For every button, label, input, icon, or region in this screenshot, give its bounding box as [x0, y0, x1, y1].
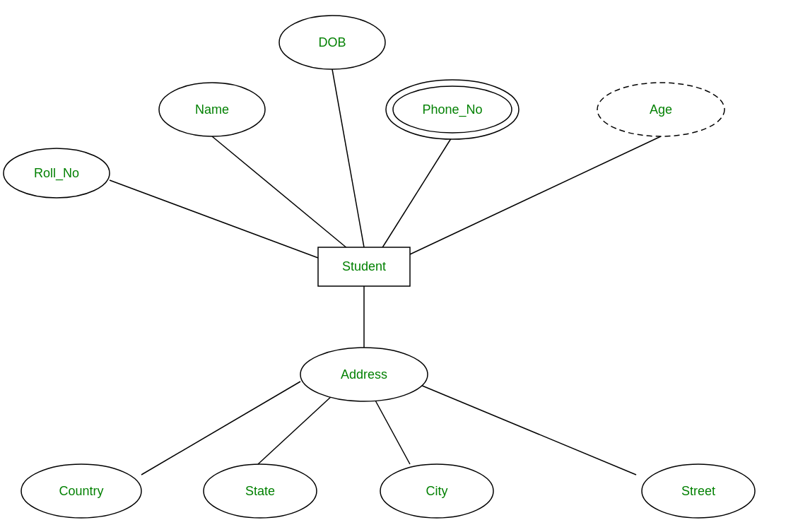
line-address-city [375, 399, 410, 464]
line-address-state [258, 396, 332, 464]
age-label: Age [650, 102, 672, 117]
line-address-country [141, 382, 300, 475]
country-label: Country [59, 484, 103, 498]
state-label: State [245, 484, 275, 498]
line-student-phone [382, 136, 452, 249]
dob-label: DOB [318, 35, 346, 49]
er-diagram: Student Address DOB Name Phone_No Age Ro… [0, 0, 786, 532]
line-student-rollno [110, 180, 318, 258]
city-label: City [426, 484, 448, 498]
name-label: Name [195, 102, 229, 117]
phone-label: Phone_No [422, 102, 482, 117]
rollno-label: Roll_No [34, 166, 79, 181]
line-address-street [421, 385, 636, 475]
line-student-name [212, 136, 348, 249]
student-label: Student [342, 259, 386, 273]
line-student-dob [332, 69, 364, 247]
address-label: Address [341, 367, 387, 382]
street-label: Street [681, 484, 715, 498]
line-student-age [410, 136, 661, 254]
